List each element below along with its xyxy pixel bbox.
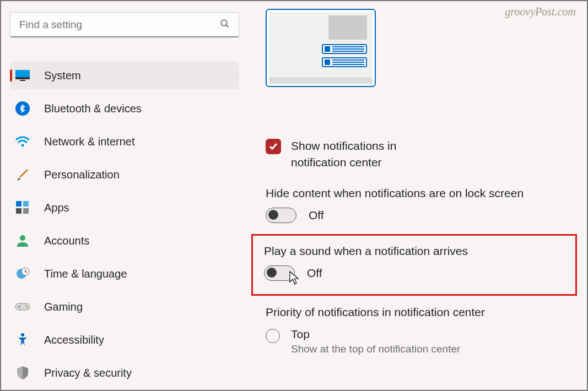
watermark: groovyPost.com: [505, 6, 576, 18]
svg-point-6: [21, 144, 24, 147]
radio-unchecked-icon[interactable]: [266, 329, 280, 343]
highlight-box: Play a sound when a notification arrives…: [251, 234, 577, 296]
radio-label: Top: [291, 328, 460, 341]
svg-point-15: [19, 306, 20, 308]
shield-icon: [14, 365, 31, 381]
svg-rect-4: [20, 80, 25, 81]
nav: System Bluetooth & devices Network & int…: [10, 62, 239, 391]
paintbrush-icon: [14, 167, 31, 182]
toggle-switch[interactable]: [264, 265, 295, 281]
settings-layout: System Bluetooth & devices Network & int…: [1, 1, 587, 390]
notification-preview-thumb[interactable]: [266, 9, 376, 87]
preview-taskbar: [269, 77, 373, 84]
search-icon: [220, 19, 230, 31]
gamepad-icon: [14, 301, 31, 312]
svg-point-17: [27, 307, 28, 308]
radio-option-top[interactable]: Top Show at the top of notification cent…: [266, 328, 570, 355]
svg-rect-9: [16, 208, 21, 214]
sidebar-item-accessibility[interactable]: Accessibility: [10, 326, 239, 354]
sidebar: System Bluetooth & devices Network & int…: [1, 1, 244, 390]
sidebar-item-gaming[interactable]: Gaming: [10, 293, 239, 321]
system-icon: [14, 69, 31, 82]
sidebar-item-label: Time & language: [44, 268, 127, 280]
sidebar-item-label: Personalization: [44, 169, 120, 181]
setting-label: Hide content when notifications are on l…: [266, 187, 570, 200]
preview-window: [328, 15, 367, 40]
sidebar-item-personalization[interactable]: Personalization: [10, 161, 239, 188]
sidebar-item-label: Accounts: [44, 235, 89, 247]
apps-icon: [14, 200, 31, 215]
sidebar-item-label: Apps: [44, 202, 69, 214]
sidebar-item-label: Network & internet: [44, 135, 135, 148]
svg-rect-3: [15, 77, 30, 79]
sidebar-item-network[interactable]: Network & internet: [10, 128, 239, 155]
sidebar-item-bluetooth[interactable]: Bluetooth & devices: [10, 95, 239, 122]
clock-globe-icon: [14, 266, 31, 281]
svg-point-16: [25, 305, 26, 306]
preview-notif: [322, 57, 367, 67]
setting-show-notifications[interactable]: Show notifications in notification cente…: [266, 138, 570, 171]
setting-label: Show notifications in notification cente…: [291, 138, 423, 171]
toggle-state: Off: [307, 267, 322, 280]
setting-hide-content: Hide content when notifications are on l…: [266, 187, 570, 223]
svg-rect-8: [23, 201, 29, 207]
toggle-switch[interactable]: [266, 208, 296, 223]
svg-point-11: [20, 235, 25, 241]
sidebar-item-label: Accessibility: [44, 334, 104, 346]
radio-description: Show at the top of notification center: [291, 343, 460, 355]
bluetooth-icon: [14, 101, 31, 116]
sidebar-item-label: Privacy & security: [44, 367, 132, 379]
sidebar-item-label: Bluetooth & devices: [44, 102, 142, 115]
sidebar-item-time[interactable]: Time & language: [10, 260, 239, 287]
svg-point-18: [21, 333, 24, 336]
setting-priority: Priority of notifications in notificatio…: [266, 306, 570, 355]
preview-notif: [322, 44, 367, 54]
setting-play-sound: Play a sound when a notification arrives…: [264, 245, 564, 281]
checkbox-checked-icon[interactable]: [266, 139, 281, 154]
person-icon: [14, 233, 31, 248]
sidebar-item-privacy[interactable]: Privacy & security: [10, 359, 239, 387]
wifi-icon: [14, 135, 31, 148]
sidebar-item-accounts[interactable]: Accounts: [10, 227, 239, 254]
search-box[interactable]: [10, 12, 239, 37]
svg-line-1: [226, 25, 229, 27]
sidebar-item-apps[interactable]: Apps: [10, 194, 239, 221]
setting-label: Play a sound when a notification arrives: [264, 245, 564, 258]
sidebar-item-system[interactable]: System: [10, 62, 239, 89]
setting-label: Priority of notifications in notificatio…: [266, 306, 570, 319]
accessibility-icon: [14, 333, 31, 347]
svg-rect-10: [23, 208, 29, 214]
main-content: Show notifications in notification cente…: [244, 1, 587, 390]
sidebar-item-label: Gaming: [44, 301, 83, 313]
toggle-state: Off: [309, 209, 324, 222]
svg-rect-7: [16, 201, 21, 207]
svg-point-0: [221, 20, 227, 26]
search-input[interactable]: [19, 19, 220, 31]
sidebar-item-label: System: [44, 69, 81, 82]
